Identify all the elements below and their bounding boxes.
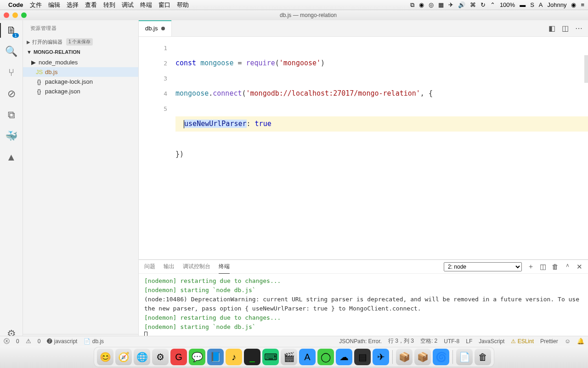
folder-node-modules[interactable]: ▶node_modules xyxy=(23,58,138,67)
notification-center-icon[interactable]: ≡ xyxy=(581,1,584,8)
dock-wechat-icon[interactable]: 💬 xyxy=(189,349,205,365)
status-prettier[interactable]: Prettier xyxy=(540,338,558,345)
dock-settings-icon[interactable]: ⚙ xyxy=(152,349,169,365)
azure-icon[interactable]: ▲ xyxy=(5,151,18,164)
app-name[interactable]: Code xyxy=(8,1,23,8)
chevron-right-icon: ▶ xyxy=(31,59,36,66)
close-panel-icon[interactable]: ✕ xyxy=(577,263,582,271)
dock-appstore-icon[interactable]: A xyxy=(299,349,316,365)
status-language[interactable]: JavaScript xyxy=(479,338,504,345)
menu-view[interactable]: 查看 xyxy=(85,1,97,9)
menu-debug[interactable]: 调试 xyxy=(122,1,134,9)
status-jsonpath[interactable]: JSONPath: Error. xyxy=(339,338,382,345)
explorer-badge: 1 xyxy=(12,33,18,38)
volume-icon[interactable]: 🔊 xyxy=(458,1,465,8)
tab-db-js[interactable]: db.js xyxy=(139,20,172,36)
feedback-icon[interactable]: ☺ xyxy=(565,338,571,345)
file-package-lock[interactable]: {}package-lock.json xyxy=(23,77,138,86)
warning-count[interactable]: 0 xyxy=(38,338,41,345)
panel-tab-terminal[interactable]: 终端 xyxy=(219,263,230,274)
kill-terminal-icon[interactable]: 🗑 xyxy=(552,263,559,270)
split-editor-icon[interactable]: ◫ xyxy=(562,24,569,33)
status-lang-icon[interactable]: 🅙 javascript xyxy=(47,338,77,345)
dock-app-icon[interactable]: ✈ xyxy=(373,349,389,365)
menu-terminal[interactable]: 终端 xyxy=(140,1,152,9)
siri-icon[interactable]: ◉ xyxy=(571,1,576,8)
status-indent[interactable]: 空格: 2 xyxy=(420,337,437,345)
more-actions-icon[interactable]: ⋯ xyxy=(575,24,582,33)
tray-icon[interactable]: ⧉ xyxy=(410,1,414,9)
source-control-icon[interactable]: ⑂ xyxy=(5,66,18,79)
input-source-icon[interactable]: A xyxy=(539,1,543,8)
dock-app-icon[interactable]: 📘 xyxy=(207,349,224,365)
terminal-output[interactable]: [nodemon] restarting due to changes... [… xyxy=(139,274,588,346)
dock-app-icon[interactable]: 📦 xyxy=(396,349,413,365)
telegram-tray-icon[interactable]: ✈ xyxy=(448,1,453,8)
battery-icon[interactable]: ▬ xyxy=(520,1,526,8)
explorer-icon[interactable]: 🗎1 xyxy=(5,24,18,37)
menu-help[interactable]: 帮助 xyxy=(177,1,189,9)
compare-changes-icon[interactable]: ◧ xyxy=(548,24,555,33)
code-editor[interactable]: 1 2 3 4 5 const mongoose = require('mong… xyxy=(139,37,588,259)
file-package-json[interactable]: {}package.json xyxy=(23,86,138,96)
dock-app-icon[interactable]: 🌀 xyxy=(433,349,449,365)
status-eol[interactable]: LF xyxy=(466,338,472,345)
status-eslint[interactable]: ⚠ ESLint xyxy=(511,338,534,345)
terminal-select[interactable]: 2: node xyxy=(444,262,522,271)
wechat-tray-icon[interactable]: ◉ xyxy=(419,1,424,8)
menu-go[interactable]: 转到 xyxy=(103,1,115,9)
docker-icon[interactable]: 🐳 xyxy=(5,130,18,143)
dock-vscode-icon[interactable]: ⌨ xyxy=(262,349,279,365)
extensions-icon[interactable]: ⧉ xyxy=(5,109,18,121)
bluetooth-icon[interactable]: ⌘ xyxy=(470,1,476,8)
warning-icon[interactable]: ⚠ xyxy=(26,338,31,345)
split-terminal-icon[interactable]: ◫ xyxy=(540,263,546,271)
menu-window[interactable]: 窗口 xyxy=(158,1,170,9)
close-window-button[interactable] xyxy=(4,12,9,18)
status-encoding[interactable]: UTF-8 xyxy=(444,338,459,345)
menu-selection[interactable]: 选择 xyxy=(67,1,79,9)
dock-trash-icon[interactable]: 🗑 xyxy=(475,349,491,365)
project-header[interactable]: ▼ MONGO-RELATION xyxy=(23,47,138,57)
dock-app-icon[interactable]: 📦 xyxy=(414,349,431,365)
dock-app-icon[interactable]: G xyxy=(170,349,187,365)
dock-music-icon[interactable]: ♪ xyxy=(226,349,242,365)
dock-terminal-icon[interactable]: _ xyxy=(244,349,260,365)
user-name[interactable]: Johnny xyxy=(547,1,566,8)
debug-icon[interactable]: ⊘ xyxy=(5,87,18,100)
search-icon[interactable]: 🔍 xyxy=(5,45,18,58)
maximize-panel-icon[interactable]: ＾ xyxy=(564,262,571,271)
dock-finder-icon[interactable]: 😊 xyxy=(97,349,113,365)
tray-icon[interactable]: S xyxy=(530,1,534,8)
dock-safari-icon[interactable]: 🧭 xyxy=(115,349,132,365)
new-terminal-icon[interactable]: ＋ xyxy=(527,262,534,271)
status-cursor-position[interactable]: 行 3，列 3 xyxy=(388,337,414,345)
wifi-icon[interactable]: ⌃ xyxy=(490,1,495,8)
status-file[interactable]: 📄 db.js xyxy=(84,338,104,345)
clock-icon[interactable]: ↻ xyxy=(481,1,486,8)
tray-icon[interactable]: ◎ xyxy=(429,1,434,8)
code-content[interactable]: const mongoose = require('mongoose') mon… xyxy=(175,37,588,259)
dock-app-icon[interactable]: ◯ xyxy=(317,349,334,365)
error-icon[interactable]: ⓧ xyxy=(4,337,10,345)
bell-icon[interactable]: 🔔 xyxy=(577,338,584,345)
minimize-window-button[interactable] xyxy=(12,12,18,18)
error-count[interactable]: 0 xyxy=(16,338,19,345)
dock-app-icon[interactable]: ☁ xyxy=(336,349,352,365)
panel-tab-output[interactable]: 输出 xyxy=(164,263,175,270)
dock-chrome-icon[interactable]: 🌐 xyxy=(134,349,150,365)
project-name: MONGO-RELATION xyxy=(34,49,80,55)
dock-app-icon[interactable]: 🎬 xyxy=(281,349,297,365)
open-editors-section[interactable]: ▶ 打开的编辑器 1 个未保存 xyxy=(23,36,138,47)
menu-file[interactable]: 文件 xyxy=(30,1,42,9)
panel-tab-problems[interactable]: 问题 xyxy=(144,263,155,270)
maximize-window-button[interactable] xyxy=(21,12,27,18)
dock-app-icon[interactable]: ▤ xyxy=(354,349,371,365)
tray-icon[interactable]: ▦ xyxy=(438,1,444,8)
panel-tab-debug-console[interactable]: 调试控制台 xyxy=(183,263,210,270)
menu-edit[interactable]: 编辑 xyxy=(48,1,60,9)
file-db-js[interactable]: JSdb.js xyxy=(23,67,138,77)
battery-text[interactable]: 100% xyxy=(500,1,515,8)
dock-downloads-icon[interactable]: 📄 xyxy=(456,349,473,365)
minimap[interactable] xyxy=(584,55,588,83)
